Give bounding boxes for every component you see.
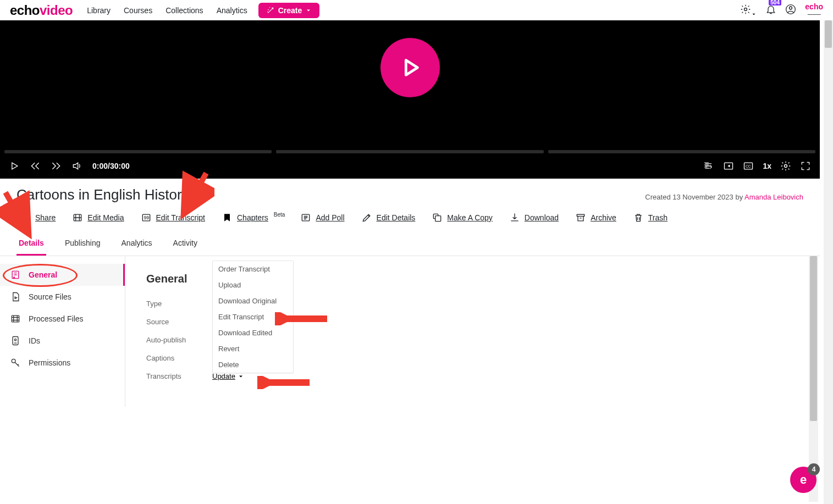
gear-icon bbox=[780, 160, 791, 171]
side-ids-label: IDs bbox=[29, 336, 40, 345]
chat-count: 4 bbox=[808, 463, 820, 475]
side-general[interactable]: General bbox=[0, 264, 125, 286]
archive-label: Archive bbox=[591, 213, 616, 222]
svg-point-17 bbox=[13, 276, 15, 278]
top-icons: 504 echo——— bbox=[740, 4, 823, 17]
page-scrollbar[interactable] bbox=[824, 20, 833, 504]
svg-line-23 bbox=[186, 173, 206, 210]
quality-button[interactable] bbox=[780, 160, 791, 171]
play-icon bbox=[398, 55, 423, 80]
svg-text:CC: CC bbox=[746, 164, 751, 168]
playlist-button[interactable] bbox=[703, 160, 714, 171]
fullscreen-button[interactable] bbox=[800, 160, 811, 171]
annotation-arrow-update bbox=[257, 376, 312, 389]
tab-publishing[interactable]: Publishing bbox=[63, 233, 103, 256]
user-circle-icon bbox=[785, 4, 796, 15]
side-ids[interactable]: IDs bbox=[0, 330, 125, 352]
pencil-icon bbox=[361, 212, 372, 223]
settings-dropdown[interactable] bbox=[740, 4, 757, 17]
rewind-button[interactable] bbox=[30, 160, 41, 171]
nav-collections[interactable]: Collections bbox=[166, 6, 203, 15]
details-panel: General Source Files Processed Files IDs… bbox=[0, 256, 820, 407]
wand-icon bbox=[266, 6, 275, 15]
annotation-arrow-edit-transcript bbox=[176, 170, 214, 220]
create-button[interactable]: Create bbox=[258, 3, 320, 18]
player-controls: 0:00/30:00 CC 1x bbox=[0, 153, 820, 179]
chat-letter: e bbox=[800, 473, 807, 487]
add-poll-label: Add Poll bbox=[316, 213, 344, 222]
side-source-files[interactable]: Source Files bbox=[0, 286, 125, 308]
speed-button[interactable]: 1x bbox=[763, 162, 771, 170]
caret-down-icon bbox=[751, 12, 757, 17]
side-processed-label: Processed Files bbox=[29, 314, 84, 323]
trash-icon bbox=[633, 212, 644, 223]
menu-revert[interactable]: Revert bbox=[213, 341, 293, 357]
archive-button[interactable]: Archive bbox=[575, 212, 616, 223]
gear-icon bbox=[740, 4, 751, 15]
forward-icon bbox=[51, 160, 62, 171]
details-sidebar: General Source Files Processed Files IDs… bbox=[0, 256, 125, 407]
edit-details-label: Edit Details bbox=[377, 213, 416, 222]
film-icon bbox=[72, 212, 83, 223]
captions-button[interactable]: CC bbox=[743, 160, 754, 171]
download-button[interactable]: Download bbox=[509, 212, 559, 223]
brand-badge[interactable]: echo——— bbox=[805, 4, 823, 16]
svg-rect-15 bbox=[577, 214, 584, 216]
menu-order-transcript[interactable]: Order Transcript bbox=[213, 261, 293, 277]
copy-icon bbox=[432, 212, 443, 223]
beta-badge: Beta bbox=[274, 212, 285, 218]
edit-media-button[interactable]: Edit Media bbox=[72, 212, 124, 223]
account-button[interactable] bbox=[785, 4, 796, 17]
media-toolbar: Share Edit Media 99Edit Transcript Chapt… bbox=[0, 206, 820, 230]
make-copy-button[interactable]: Make A Copy bbox=[432, 212, 493, 223]
side-permissions-label: Permissions bbox=[29, 358, 70, 367]
nav-analytics[interactable]: Analytics bbox=[217, 6, 247, 15]
archive-icon bbox=[575, 212, 586, 223]
big-play-button[interactable] bbox=[380, 38, 440, 97]
side-source-label: Source Files bbox=[29, 292, 71, 301]
make-copy-label: Make A Copy bbox=[447, 213, 493, 222]
transcripts-update-button[interactable]: Update bbox=[212, 372, 244, 380]
side-processed-files[interactable]: Processed Files bbox=[0, 308, 125, 330]
edit-media-label: Edit Media bbox=[87, 213, 124, 222]
trash-button[interactable]: Trash bbox=[633, 212, 667, 223]
author-link[interactable]: Amanda Leibovich bbox=[744, 193, 803, 201]
menu-delete[interactable]: Delete bbox=[213, 357, 293, 373]
pip-button[interactable] bbox=[723, 160, 734, 171]
file-video-icon bbox=[10, 291, 21, 302]
tab-activity[interactable]: Activity bbox=[171, 233, 200, 256]
volume-button[interactable] bbox=[71, 160, 82, 171]
forward-button[interactable] bbox=[51, 160, 62, 171]
logo[interactable]: echovideo bbox=[10, 3, 73, 18]
svg-point-20 bbox=[14, 339, 16, 341]
trash-label: Trash bbox=[648, 213, 667, 222]
media-meta: Created 13 November 2023 by Amanda Leibo… bbox=[645, 193, 803, 201]
nav-library[interactable]: Library bbox=[87, 6, 111, 15]
fullscreen-icon bbox=[800, 160, 811, 171]
transcript-icon: 99 bbox=[141, 212, 152, 223]
nav-courses[interactable]: Courses bbox=[124, 6, 152, 15]
svg-point-2 bbox=[790, 7, 792, 9]
playlist-icon bbox=[703, 160, 714, 171]
svg-point-0 bbox=[744, 8, 747, 10]
play-button[interactable] bbox=[9, 160, 20, 171]
chat-button[interactable]: e 4 bbox=[790, 467, 817, 493]
title-bar: Cartoons in English History Created 13 N… bbox=[0, 179, 820, 206]
menu-upload[interactable]: Upload bbox=[213, 277, 293, 293]
side-permissions[interactable]: Permissions bbox=[0, 352, 125, 374]
cc-icon: CC bbox=[743, 160, 754, 171]
notifications-button[interactable]: 504 bbox=[765, 4, 776, 17]
tab-analytics[interactable]: Analytics bbox=[119, 233, 155, 256]
download-icon bbox=[509, 212, 520, 223]
svg-rect-14 bbox=[435, 216, 441, 221]
play-icon bbox=[9, 160, 20, 171]
add-poll-button[interactable]: Add Poll bbox=[300, 212, 344, 223]
menu-download-edited[interactable]: Download Edited bbox=[213, 325, 293, 341]
edit-details-button[interactable]: Edit Details bbox=[361, 212, 416, 223]
create-label: Create bbox=[278, 6, 302, 15]
svg-point-6 bbox=[785, 165, 787, 168]
menu-download-original[interactable]: Download Original bbox=[213, 293, 293, 309]
field-transcripts-label: Transcripts bbox=[146, 372, 212, 380]
logo-part-1: echo bbox=[10, 3, 40, 18]
chapters-button[interactable]: ChaptersBeta bbox=[222, 212, 284, 223]
